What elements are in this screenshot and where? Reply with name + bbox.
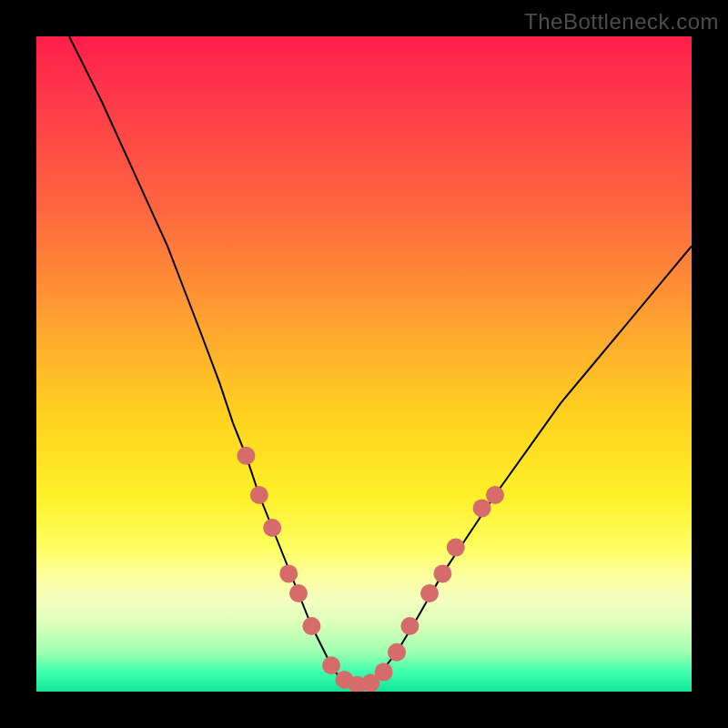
highlight-dot xyxy=(289,584,308,602)
highlight-dot xyxy=(263,519,281,537)
highlight-dot xyxy=(420,584,439,602)
chart-frame: TheBottleneck.com xyxy=(0,0,728,728)
highlight-dot xyxy=(388,643,406,662)
highlight-dot xyxy=(486,486,504,504)
curve-svg xyxy=(36,36,692,692)
highlight-dot xyxy=(433,564,451,582)
highlight-dot xyxy=(279,564,298,582)
bottleneck-curve xyxy=(69,36,692,685)
highlight-dot xyxy=(237,447,255,465)
highlight-dot xyxy=(302,617,320,635)
highlight-dot xyxy=(322,656,340,674)
highlight-dots-group xyxy=(237,447,504,692)
highlight-dot xyxy=(400,617,419,635)
watermark-text: TheBottleneck.com xyxy=(524,9,719,35)
highlight-dot xyxy=(250,486,268,504)
plot-area xyxy=(36,36,692,692)
highlight-dot xyxy=(447,539,465,557)
highlight-dot xyxy=(375,662,393,681)
highlight-dot xyxy=(473,499,491,517)
